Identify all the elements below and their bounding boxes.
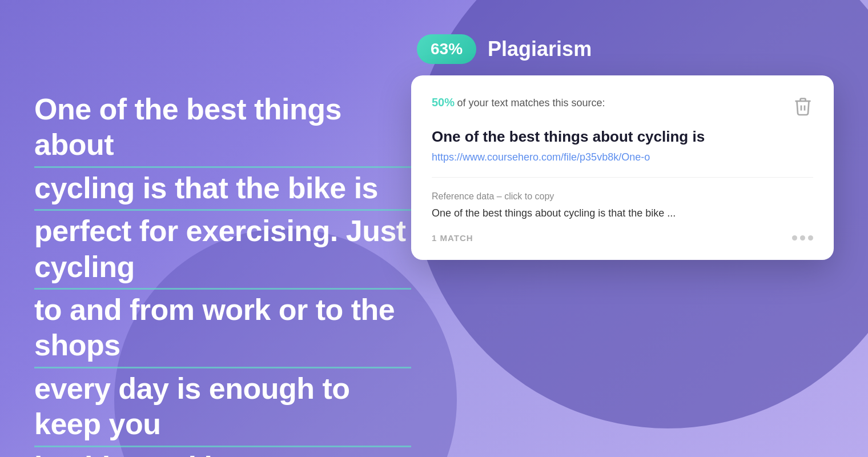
- card-divider: [432, 177, 813, 178]
- ref-text: One of the best things about cycling is …: [432, 207, 813, 219]
- more-dot-1: [792, 235, 797, 240]
- match-description: of your text matches this source:: [457, 97, 605, 109]
- panel-header: 63% Plagiarism: [411, 34, 834, 64]
- more-dot-2: [800, 235, 805, 240]
- match-percent: 50%: [432, 96, 455, 109]
- match-count: 1 MATCH: [432, 233, 473, 243]
- more-options-button[interactable]: [792, 235, 813, 240]
- plagiarism-percent-badge: 63%: [417, 34, 476, 64]
- source-title: One of the best things about cycling is: [432, 128, 813, 146]
- plagiarism-panel: 63% Plagiarism 50% of your text matches …: [411, 34, 834, 260]
- delete-button[interactable]: [793, 96, 813, 119]
- card-footer: 1 MATCH: [432, 233, 813, 243]
- result-card: 50% of your text matches this source: On…: [411, 75, 834, 260]
- text-line-3: perfect for exercising. Just cycling: [34, 213, 411, 290]
- text-line-6: healthy and happy.: [34, 450, 411, 457]
- ref-label[interactable]: Reference data – click to copy: [432, 191, 813, 202]
- text-line-2: cycling is that the bike is: [34, 170, 411, 211]
- text-line-5: every day is enough to keep you: [34, 371, 411, 447]
- card-header: 50% of your text matches this source:: [432, 96, 813, 119]
- main-text-section: One of the best things about cycling is …: [34, 91, 411, 457]
- highlighted-text: One of the best things about cycling is …: [34, 91, 411, 457]
- match-info: 50% of your text matches this source:: [432, 96, 605, 109]
- source-link[interactable]: https://www.coursehero.com/file/p35vb8k/…: [432, 151, 813, 163]
- plagiarism-title: Plagiarism: [488, 37, 592, 61]
- more-dot-3: [808, 235, 813, 240]
- text-line-1: One of the best things about: [34, 91, 411, 168]
- text-line-4: to and from work or to the shops: [34, 292, 411, 368]
